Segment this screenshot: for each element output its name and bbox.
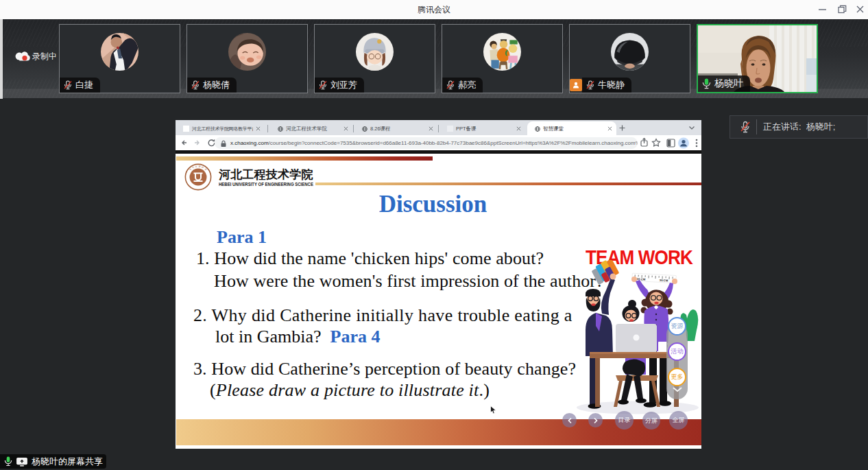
svg-text:35 CM: 35 CM: [660, 279, 668, 283]
